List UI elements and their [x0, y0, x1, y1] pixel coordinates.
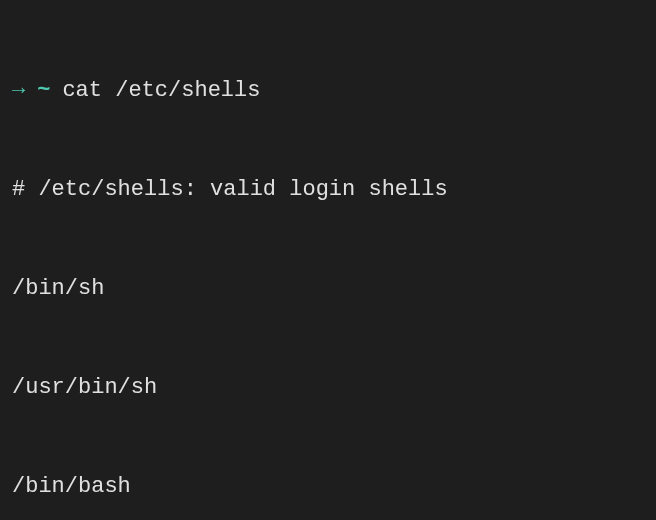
output-line: /usr/bin/sh — [12, 371, 644, 404]
output-comment: # /etc/shells: valid login shells — [12, 173, 644, 206]
terminal-output[interactable]: → ~ cat /etc/shells # /etc/shells: valid… — [12, 8, 644, 520]
prompt-arrow-icon: → — [12, 74, 25, 107]
command-text: cat /etc/shells — [62, 74, 260, 107]
output-line: /bin/sh — [12, 272, 644, 305]
prompt-cwd: ~ — [37, 74, 50, 107]
prompt-line-1: → ~ cat /etc/shells — [12, 74, 644, 107]
output-line: /bin/bash — [12, 470, 644, 503]
